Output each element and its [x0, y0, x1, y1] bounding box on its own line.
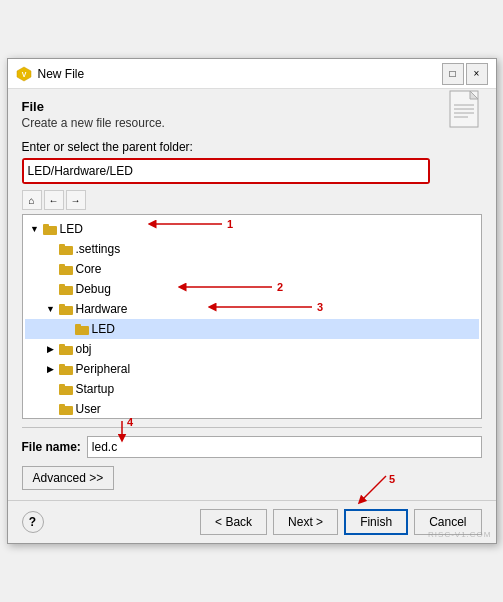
expand-spacer-user — [45, 403, 57, 415]
folder-icon-led-sub — [75, 323, 89, 335]
help-button[interactable]: ? — [22, 511, 44, 533]
window-controls: □ × — [442, 63, 488, 85]
tree-label-led-root: LED — [60, 220, 83, 238]
folder-icon-peripheral — [59, 363, 73, 375]
svg-rect-27 — [59, 404, 65, 408]
tree-item-debug[interactable]: Debug — [25, 279, 479, 299]
window-title: New File — [38, 67, 85, 81]
app-icon: V — [16, 66, 32, 82]
parent-folder-input[interactable] — [24, 160, 428, 182]
tree-label-peripheral: Peripheral — [76, 360, 131, 378]
tree-item-hardware[interactable]: ▼ Hardware — [25, 299, 479, 319]
filename-section: File name: 4 — [22, 436, 482, 458]
folder-icon-hardware — [59, 303, 73, 315]
tree-item-user[interactable]: User — [25, 399, 479, 419]
separator — [22, 427, 482, 428]
svg-rect-25 — [59, 384, 65, 388]
tree-label-debug: Debug — [76, 280, 111, 298]
section-description: Create a new file resource. — [22, 116, 482, 130]
title-bar: V New File □ × — [8, 59, 496, 89]
tree-label-hardware: Hardware — [76, 300, 128, 318]
expand-spacer-led-sub — [61, 323, 73, 335]
folder-tree[interactable]: ▼ LED .settings — [22, 214, 482, 419]
bottom-bar: ? < Back Next > Finish Cancel 5 — [8, 500, 496, 543]
file-icon — [448, 89, 490, 139]
parent-folder-label: Enter or select the parent folder: — [22, 140, 482, 154]
tree-item-led-root[interactable]: ▼ LED — [25, 219, 479, 239]
tree-label-startup: Startup — [76, 380, 115, 398]
folder-icon-led — [43, 223, 57, 235]
back-button[interactable]: ← — [44, 190, 64, 210]
maximize-button[interactable]: □ — [442, 63, 464, 85]
svg-rect-13 — [59, 264, 65, 268]
svg-rect-9 — [43, 224, 49, 228]
tree-label-obj: obj — [76, 340, 92, 358]
filename-label: File name: — [22, 440, 81, 454]
tree-label-led-sub: LED — [92, 320, 115, 338]
tree-label-user: User — [76, 400, 101, 418]
tree-label-settings: .settings — [76, 240, 121, 258]
filename-input[interactable] — [87, 436, 482, 458]
tree-item-led-sub[interactable]: LED — [25, 319, 479, 339]
expand-icon-hardware: ▼ — [45, 303, 57, 315]
tree-section: ▼ LED .settings — [22, 214, 482, 419]
expand-icon-peripheral: ▶ — [45, 363, 57, 375]
svg-rect-11 — [59, 244, 65, 248]
tree-item-peripheral[interactable]: ▶ Peripheral — [25, 359, 479, 379]
advanced-button[interactable]: Advanced >> — [22, 466, 115, 490]
finish-button[interactable]: Finish — [344, 509, 408, 535]
folder-icon-user — [59, 403, 73, 415]
folder-icon-startup — [59, 383, 73, 395]
tree-item-obj[interactable]: ▶ obj — [25, 339, 479, 359]
folder-icon-core — [59, 263, 73, 275]
expand-icon-obj: ▶ — [45, 343, 57, 355]
folder-icon-debug — [59, 283, 73, 295]
back-button[interactable]: < Back — [200, 509, 267, 535]
expand-icon-led: ▼ — [29, 223, 41, 235]
next-button[interactable]: Next > — [273, 509, 338, 535]
svg-rect-15 — [59, 284, 65, 288]
forward-button[interactable]: → — [66, 190, 86, 210]
svg-rect-23 — [59, 364, 65, 368]
expand-spacer-debug — [45, 283, 57, 295]
svg-rect-19 — [75, 324, 81, 328]
watermark: RISC-V1.COM — [428, 530, 491, 539]
close-button[interactable]: × — [466, 63, 488, 85]
svg-rect-17 — [59, 304, 65, 308]
tree-item-settings[interactable]: .settings — [25, 239, 479, 259]
expand-spacer-core — [45, 263, 57, 275]
parent-folder-highlight — [22, 158, 430, 184]
svg-rect-21 — [59, 344, 65, 348]
section-title: File — [22, 99, 482, 114]
filename-row: File name: — [22, 436, 482, 458]
tree-item-core[interactable]: Core — [25, 259, 479, 279]
svg-text:V: V — [21, 71, 26, 78]
home-button[interactable]: ⌂ — [22, 190, 42, 210]
tree-item-startup[interactable]: Startup — [25, 379, 479, 399]
nav-toolbar: ⌂ ← → — [22, 188, 482, 212]
folder-icon-obj — [59, 343, 73, 355]
folder-icon-settings — [59, 243, 73, 255]
expand-spacer-settings — [45, 243, 57, 255]
expand-spacer-startup — [45, 383, 57, 395]
tree-label-core: Core — [76, 260, 102, 278]
